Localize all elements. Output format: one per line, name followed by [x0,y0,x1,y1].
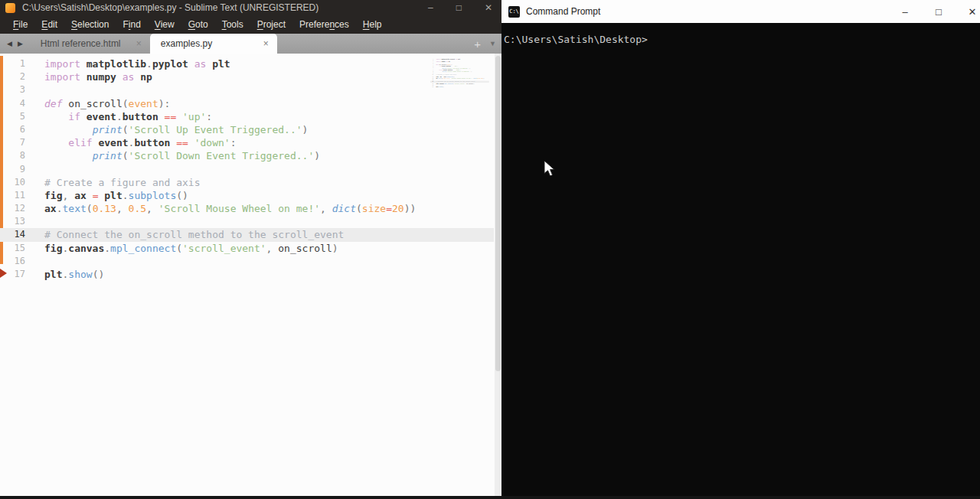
cmd-titlebar[interactable]: C:\ Command Prompt –□✕ [501,0,980,23]
code-line-text: # Create a figure and axis [25,176,201,189]
code-line[interactable]: 6 print('Scroll Up Event Triggered..') [0,123,494,136]
line-number: 17 [0,268,25,281]
line-number: 3 [0,83,25,96]
menu-view[interactable]: View [148,19,181,30]
mouse-cursor [544,160,556,178]
code-line[interactable]: 4def on_scroll(event): [0,97,494,110]
tab-label: Html reference.html [41,38,134,49]
sublime-menubar: FileEditSelectionFindViewGotoToolsProjec… [0,15,501,34]
line-number: 7 [0,136,25,149]
code-area[interactable]: 1import matplotlib.pyplot as plt2import … [430,59,489,88]
code-line-text: print('Scroll Up Event Triggered..') [25,123,308,136]
code-line-text [25,255,44,268]
code-line[interactable]: 8 print('Scroll Down Event Triggered..') [0,149,494,162]
menu-edit[interactable]: Edit [34,19,64,30]
code-line-text [25,163,44,176]
minimap[interactable]: 1import matplotlib.pyplot as plt2import … [430,58,492,142]
line-number: 10 [0,176,25,189]
code-line[interactable]: 14# Connect the on_scroll method to the … [0,228,494,241]
cmd-minimize-icon[interactable]: – [888,0,922,23]
code-line-text: fig, ax = plt.subplots() [25,189,188,202]
code-line-text: if event.button == 'up': [25,110,212,123]
code-line[interactable]: 12ax.text(0.13, 0.5, 'Scroll Mouse Wheel… [0,202,494,215]
line-number: 8 [0,149,25,162]
code-line-text [25,83,44,96]
code-line[interactable]: 15fig.canvas.mpl_connect('scroll_event',… [0,242,494,255]
tab-examples-py[interactable]: examples.py× [150,34,277,54]
sublime-tabbar: ◀ ▶ Html reference.html×examples.py× + ▼ [0,34,501,54]
menu-selection[interactable]: Selection [64,19,116,30]
sublime-maximize-icon[interactable]: □ [456,2,462,13]
code-line[interactable]: 13 [0,215,494,228]
tab-history-nav: ◀ ▶ [0,34,30,54]
code-line-text: ax.text(0.13, 0.5, 'Scroll Mouse Wheel o… [25,202,416,215]
code-line[interactable]: 1import matplotlib.pyplot as plt [0,57,494,70]
menu-help[interactable]: Help [356,19,389,30]
code-line-text: fig.canvas.mpl_connect('scroll_event', o… [25,242,338,255]
sublime-window-title: C:\Users\Satish\Desktop\examples.py - Su… [22,2,318,13]
line-number: 6 [0,123,25,136]
line-number: 15 [0,242,25,255]
menu-goto[interactable]: Goto [181,19,215,30]
code-line[interactable]: 11fig, ax = plt.subplots() [0,189,494,202]
code-line-text: print('Scroll Down Event Triggered..') [25,149,320,162]
line-number: 11 [0,189,25,202]
code-line-text [25,215,44,228]
line-number: 9 [0,163,25,176]
code-line[interactable]: 2import numpy as np [0,70,494,83]
cmd-maximize-icon[interactable]: □ [922,0,956,23]
editor-pane[interactable]: 1import matplotlib.pyplot as plt2import … [0,54,501,499]
code-line[interactable]: 7 elif event.button == 'down': [0,136,494,149]
code-line[interactable]: 17plt.show() [0,268,494,281]
new-tab-icon[interactable]: + [474,38,481,51]
sublime-logo-icon [5,3,15,13]
line-number: 5 [0,110,25,123]
forward-icon[interactable]: ▶ [18,40,23,47]
code-line[interactable]: 9 [0,163,494,176]
editor-scrollbar-thumb[interactable] [495,56,501,371]
code-line[interactable]: 10# Create a figure and axis [0,176,494,189]
menu-preferences[interactable]: Preferences [292,19,356,30]
line-number: 1 [0,57,25,70]
menu-tools[interactable]: Tools [215,19,250,30]
line-number: 13 [0,215,25,228]
sublime-window: C:\Users\Satish\Desktop\examples.py - Su… [0,0,501,499]
menu-file[interactable]: File [6,19,34,30]
line-number: 16 [0,255,25,268]
sublime-titlebar[interactable]: C:\Users\Satish\Desktop\examples.py - Su… [0,0,501,15]
cmd-window: C:\ Command Prompt –□✕ C:\Users\Satish\D… [501,0,980,499]
code-line[interactable]: 3 [0,83,494,96]
screen: C:\Users\Satish\Desktop\examples.py - Su… [0,0,980,499]
code-line-text: def on_scroll(event): [25,97,170,110]
code-line-text: elif event.button == 'down': [25,136,237,149]
line-number: 14 [0,228,25,241]
sublime-close-icon[interactable]: ✕ [485,2,492,13]
tabbar-right-icons: + ▼ [474,34,496,54]
tab-html-reference-html[interactable]: Html reference.html× [30,34,150,54]
tab-close-icon[interactable]: × [261,38,271,49]
tab-overflow-icon[interactable]: ▼ [489,40,496,47]
line-number: 4 [0,97,25,110]
code-line-text: import matplotlib.pyplot as plt [25,57,230,70]
tabs-container: Html reference.html×examples.py× [30,34,277,54]
code-line-text: import numpy as np [25,70,152,83]
code-line-text: plt.show() [25,268,104,281]
sublime-minimize-icon[interactable]: – [428,2,433,13]
editor-scrollbar[interactable] [495,54,501,499]
code-area[interactable]: 1import matplotlib.pyplot as plt2import … [0,57,494,281]
line-number: 2 [0,70,25,83]
code-line[interactable]: 16 [0,255,494,268]
cmd-prompt-text: C:\Users\Satish\Desktop> [504,34,648,45]
cmd-body[interactable]: C:\Users\Satish\Desktop> [501,23,980,499]
menu-find[interactable]: Find [116,19,147,30]
cmd-icon: C:\ [508,6,520,18]
cmd-window-title: Command Prompt [526,6,600,17]
menu-project[interactable]: Project [250,19,292,30]
tab-label: examples.py [161,38,261,49]
code-line-text: # Connect the on_scroll method to the sc… [25,228,344,241]
line-number: 12 [0,202,25,215]
tab-close-icon[interactable]: × [134,38,144,49]
back-icon[interactable]: ◀ [7,40,12,47]
cmd-close-icon[interactable]: ✕ [956,0,980,23]
code-line[interactable]: 5 if event.button == 'up': [0,110,494,123]
